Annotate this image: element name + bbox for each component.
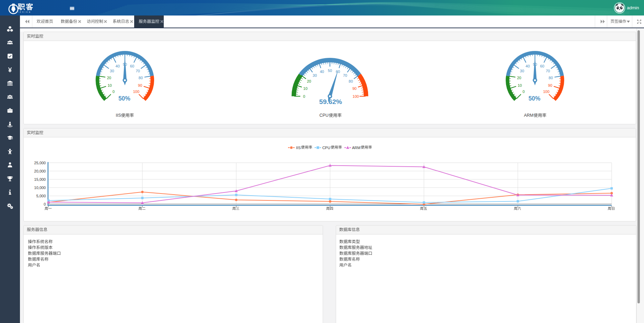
svg-text:CPU: CPU [320, 113, 329, 118]
svg-text:ARM: ARM [524, 113, 534, 118]
svg-text:IIS: IIS [116, 113, 121, 118]
